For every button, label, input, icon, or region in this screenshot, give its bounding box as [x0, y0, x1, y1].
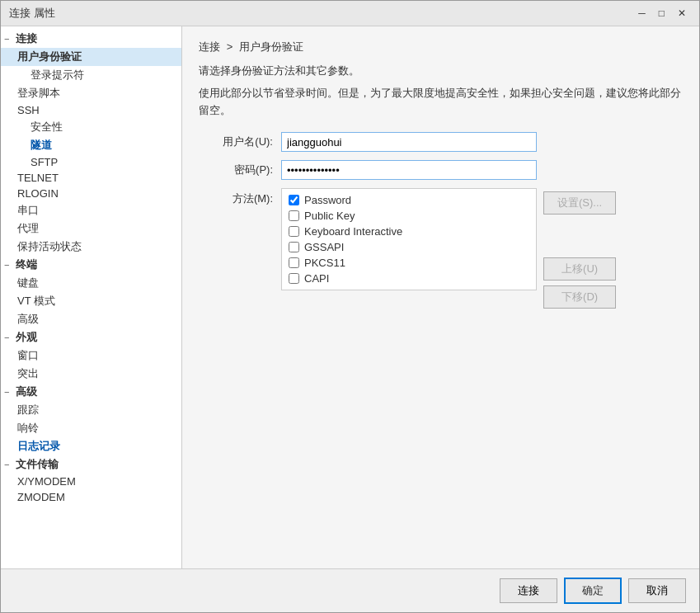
- method-list: PasswordPublic KeyKeyboard InteractiveGS…: [281, 188, 537, 290]
- tree-item[interactable]: −外观: [1, 328, 181, 347]
- ok-button[interactable]: 确定: [564, 578, 622, 604]
- title-bar: 连接 属性 ─ □ ✕: [1, 1, 699, 26]
- tree-item[interactable]: −终端: [1, 256, 181, 274]
- tree-item[interactable]: SSH: [1, 102, 181, 118]
- breadcrumb-separator: >: [227, 40, 233, 53]
- tree-item[interactable]: 突出: [1, 365, 181, 383]
- close-icon[interactable]: ✕: [673, 7, 691, 19]
- tree-item[interactable]: 窗口: [1, 347, 181, 365]
- title-text: 连接 属性: [9, 6, 55, 21]
- tree-item[interactable]: 代理: [1, 219, 181, 238]
- method-checkbox[interactable]: [289, 195, 299, 205]
- method-checkbox-row[interactable]: PKCS11: [289, 257, 529, 269]
- method-checkbox[interactable]: [289, 210, 299, 221]
- tree-item[interactable]: 串口: [1, 201, 181, 219]
- description-line1: 请选择身份验证方法和其它参数。: [199, 63, 683, 80]
- tree-item[interactable]: 用户身份验证: [1, 48, 181, 66]
- description-line2: 使用此部分以节省登录时间。但是，为了最大限度地提高安全性，如果担心安全问题，建议…: [199, 85, 683, 120]
- breadcrumb-parent: 连接: [199, 40, 220, 53]
- description-block: 请选择身份验证方法和其它参数。 使用此部分以节省登录时间。但是，为了最大限度地提…: [199, 63, 683, 119]
- username-input[interactable]: [281, 132, 537, 152]
- tree-item[interactable]: 登录提示符: [1, 66, 181, 84]
- tree-item[interactable]: −连接: [1, 30, 181, 48]
- method-checkbox-label: CAPI: [304, 272, 329, 285]
- password-input[interactable]: [281, 160, 537, 180]
- settings-button[interactable]: 设置(S)...: [543, 191, 616, 215]
- tree-item[interactable]: 日志记录: [1, 437, 181, 455]
- method-checkbox-label: Keyboard Interactive: [304, 225, 402, 238]
- tree-item[interactable]: −高级: [1, 383, 181, 401]
- password-row: 密码(P):: [199, 160, 683, 180]
- connect-button[interactable]: 连接: [500, 578, 557, 603]
- method-checkbox-row[interactable]: Keyboard Interactive: [289, 225, 529, 238]
- method-checkbox-label: Public Key: [304, 210, 355, 222]
- tree-item[interactable]: 响铃: [1, 419, 181, 437]
- cancel-button[interactable]: 取消: [628, 578, 686, 603]
- method-label: 方法(M):: [199, 188, 281, 206]
- breadcrumb-current: 用户身份验证: [239, 40, 303, 53]
- username-row: 用户名(U):: [199, 132, 683, 152]
- method-checkbox-label: PKCS11: [304, 257, 345, 269]
- dialog-footer: 连接 确定 取消: [1, 568, 699, 612]
- method-checkbox[interactable]: [289, 226, 299, 237]
- tree-item[interactable]: TELNET: [1, 170, 181, 186]
- tree-item[interactable]: 保持活动状态: [1, 238, 181, 256]
- content-panel: 连接 > 用户身份验证 请选择身份验证方法和其它参数。 使用此部分以节省登录时间…: [182, 26, 699, 568]
- method-checkbox-row[interactable]: Password: [289, 194, 529, 206]
- move-down-button[interactable]: 下移(D): [543, 285, 616, 309]
- tree-item[interactable]: 登录脚本: [1, 84, 181, 102]
- method-row: 方法(M): PasswordPublic KeyKeyboard Intera…: [199, 188, 683, 309]
- tree-item[interactable]: −文件传输: [1, 455, 181, 474]
- form-section: 用户名(U): 密码(P): 方法(M): PasswordPublic Key…: [199, 132, 683, 555]
- tree-item[interactable]: 跟踪: [1, 401, 181, 419]
- tree-item[interactable]: ZMODEM: [1, 489, 181, 505]
- method-checkbox-label: Password: [304, 194, 351, 206]
- tree-item[interactable]: RLOGIN: [1, 186, 181, 201]
- maximize-icon[interactable]: □: [654, 7, 669, 19]
- main-dialog: 连接 属性 ─ □ ✕ −连接用户身份验证登录提示符登录脚本SSH安全性隧道SF…: [0, 0, 700, 613]
- password-label: 密码(P):: [199, 163, 281, 177]
- method-checkbox[interactable]: [289, 273, 299, 284]
- method-buttons: 设置(S)... 上移(U) 下移(D): [543, 188, 616, 309]
- minimize-icon[interactable]: ─: [633, 7, 651, 19]
- tree-item[interactable]: 高级: [1, 310, 181, 328]
- move-up-button[interactable]: 上移(U): [543, 257, 616, 281]
- method-checkbox-row[interactable]: CAPI: [289, 272, 529, 285]
- method-checkbox[interactable]: [289, 242, 299, 252]
- tree-item[interactable]: 隧道: [1, 136, 181, 154]
- tree-item[interactable]: 安全性: [1, 118, 181, 136]
- tree-item[interactable]: VT 模式: [1, 292, 181, 310]
- tree-item[interactable]: X/YMODEM: [1, 474, 181, 489]
- method-checkbox-label: GSSAPI: [304, 241, 344, 253]
- tree-item[interactable]: 键盘: [1, 274, 181, 292]
- dialog-content: −连接用户身份验证登录提示符登录脚本SSH安全性隧道SFTPTELNETRLOG…: [1, 26, 699, 568]
- method-checkbox-row[interactable]: GSSAPI: [289, 241, 529, 253]
- username-label: 用户名(U):: [199, 134, 281, 149]
- tree-item[interactable]: SFTP: [1, 154, 181, 170]
- breadcrumb: 连接 > 用户身份验证: [199, 40, 683, 54]
- method-checkbox-row[interactable]: Public Key: [289, 210, 529, 222]
- tree-panel: −连接用户身份验证登录提示符登录脚本SSH安全性隧道SFTPTELNETRLOG…: [1, 26, 182, 568]
- method-checkbox[interactable]: [289, 257, 299, 268]
